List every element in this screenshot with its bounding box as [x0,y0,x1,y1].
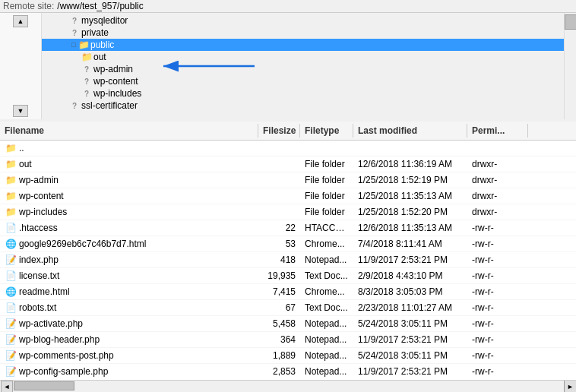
cell-perms: drwxr- [467,158,528,170]
header-modified[interactable]: Last modified [353,124,467,138]
table-row[interactable]: 📄 robots.txt 67 Text Doc... 2/23/2018 11… [0,300,576,316]
cell-modified: 1/25/2018 1:52:20 PM [353,206,467,218]
tree-item-out[interactable]: 📁 out [42,51,564,63]
tree-label: public [90,40,114,50]
filename-text: .. [19,143,24,153]
filename-text: wp-comments-post.php [19,350,114,361]
file-icon: 🌐 [5,238,17,250]
filename-text: google9269eb6c7c46b7d7.html [19,239,146,249]
table-row[interactable]: 📁 wp-includes File folder 1/25/2018 1:52… [0,204,576,220]
cell-modified: 11/9/2017 2:53:21 PM [353,365,467,378]
cell-modified: 12/6/2018 11:35:13 AM [353,222,467,234]
filename-text: wp-activate.php [19,318,83,329]
collapse-icon: □ [69,40,78,49]
cell-size: 22 [258,222,300,234]
header-filesize[interactable]: Filesize [258,124,300,138]
tree-item-wp-includes[interactable]: ? wp-includes [42,87,564,100]
cell-perms: drwxr- [467,206,528,218]
cell-filename: 🌐 google9269eb6c7c46b7d7.html [0,237,258,251]
table-row[interactable]: 📄 license.txt 19,935 Text Doc... 2/9/201… [0,268,576,284]
remote-site-bar: Remote site: /www/test_957/public [0,0,576,13]
cell-type [300,147,353,149]
table-row[interactable]: 📝 wp-blog-header.php 364 Notepad... 11/9… [0,332,576,348]
cell-perms: -rw-r- [467,349,528,362]
tree-scrollbar[interactable] [564,13,576,119]
table-row[interactable]: 🌐 readme.html 7,415 Chrome... 8/3/2018 3… [0,284,576,300]
cell-type: Notepad... [300,318,353,330]
table-row[interactable]: 📝 wp-activate.php 5,458 Notepad... 5/24/… [0,316,576,332]
cell-type: File folder [300,206,353,218]
cell-type: File folder [300,190,353,202]
table-row[interactable]: 📝 wp-config-sample.php 2,853 Notepad... … [0,364,576,379]
header-filename[interactable]: Filename [0,124,258,138]
remote-site-path: /www/test_957/public [57,1,143,11]
filename-text: wp-config-sample.php [19,366,108,377]
table-body: 📁 .. 📁 out File folder 12/6/2018 11:36:1… [0,141,576,379]
table-row[interactable]: 📝 wp-comments-post.php 1,889 Notepad... … [0,348,576,364]
table-row[interactable]: 📁 wp-admin File folder 1/25/2018 1:52:19… [0,172,576,188]
file-icon: 📄 [5,270,17,282]
tree-label: wp-admin [93,64,133,74]
cell-modified: 11/9/2017 2:53:21 PM [353,334,467,346]
cell-modified: 1/25/2018 1:52:19 PM [353,174,467,186]
table-row[interactable]: 📁 wp-content File folder 1/25/2018 11:35… [0,188,576,204]
cell-filename: 📝 index.php [0,253,258,267]
file-icon: 📁 [5,142,17,154]
cell-size: 5,458 [258,318,300,330]
file-icon: 📄 [5,222,17,234]
cell-perms [467,147,528,149]
scroll-left-button[interactable]: ◄ [1,381,13,393]
header-filetype[interactable]: Filetype [300,124,353,138]
filename-text: wp-includes [19,207,67,217]
file-icon: 🌐 [5,286,17,298]
tree-item-public[interactable]: □ 📁 public [42,39,564,51]
filename-text: wp-admin [19,175,59,185]
cell-perms: drwxr- [467,190,528,202]
cell-filename: 📁 wp-admin [0,173,258,187]
cell-perms: -rw-r- [467,238,528,250]
tree-item-private[interactable]: ? private [42,27,564,39]
cell-type: Notepad... [300,334,353,346]
cell-size [258,163,300,165]
scroll-down-button[interactable]: ▼ [13,105,28,117]
cell-perms: -rw-r- [467,365,528,378]
tree-item-mysqleditor[interactable]: ? mysqleditor [42,14,564,27]
tree-item-wp-content[interactable]: ? wp-content [42,75,564,87]
cell-size [258,179,300,181]
file-icon: 📝 [5,365,17,378]
cell-modified: 11/9/2017 2:53:21 PM [353,254,467,266]
table-row[interactable]: 🌐 google9269eb6c7c46b7d7.html 53 Chrome.… [0,236,576,252]
cell-filename: 📁 wp-includes [0,205,258,219]
tree-item-wp-admin[interactable]: ? wp-admin [42,63,564,75]
question-icon: ? [81,64,92,74]
header-perms[interactable]: Permi... [467,124,528,138]
table-row[interactable]: 📄 .htaccess 22 HTACCE... 12/6/2018 11:35… [0,220,576,236]
cell-perms: -rw-r- [467,286,528,298]
scroll-track[interactable] [14,381,564,392]
question-icon: ? [81,88,92,99]
cell-perms: -rw-r- [467,318,528,330]
scroll-right-button[interactable]: ► [564,381,576,393]
cell-size: 7,415 [258,286,300,298]
cell-size [258,195,300,197]
cell-type: Text Doc... [300,302,353,314]
scroll-up-button[interactable]: ▲ [13,15,28,27]
tree-item-ssl[interactable]: ? ssl-certificater [42,100,564,112]
table-row[interactable]: 📝 index.php 418 Notepad... 11/9/2017 2:5… [0,252,576,268]
cell-type: Notepad... [300,254,353,266]
cell-perms: -rw-r- [467,334,528,346]
horizontal-scrollbar[interactable]: ◄ ► [0,380,576,392]
filename-text: readme.html [19,286,70,297]
cell-filename: 📁 wp-content [0,189,258,203]
tree-label: mysqleditor [81,15,128,26]
question-icon: ? [69,100,80,111]
cell-size: 67 [258,302,300,314]
table-row[interactable]: 📁 .. [0,141,576,156]
cell-modified: 12/6/2018 11:36:19 AM [353,158,467,170]
cell-type: Text Doc... [300,270,353,282]
file-icon: 📝 [5,334,17,346]
file-icon: 📁 [5,158,17,170]
cell-type: Chrome... [300,238,353,250]
table-row[interactable]: 📁 out File folder 12/6/2018 11:36:19 AM … [0,156,576,172]
scroll-thumb[interactable] [14,381,74,390]
